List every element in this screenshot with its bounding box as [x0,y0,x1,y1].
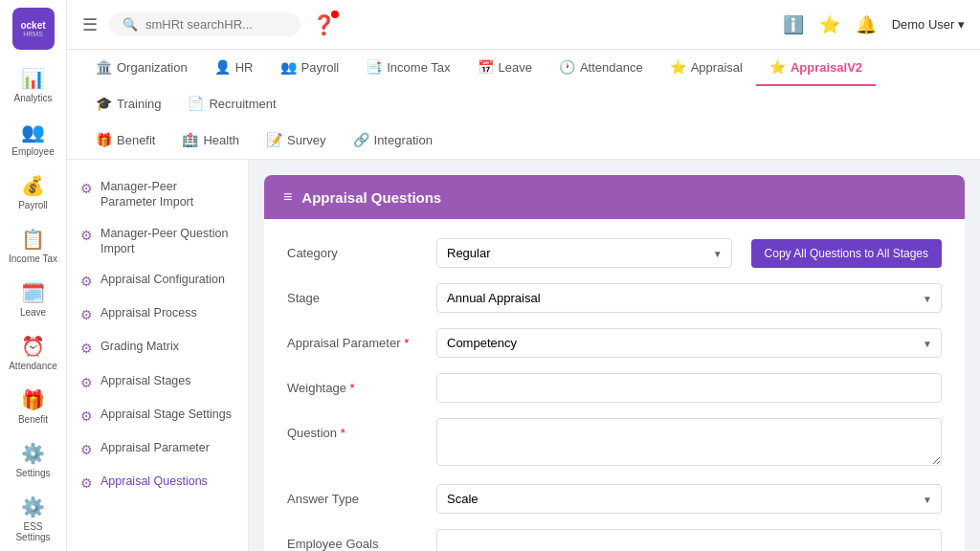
question-textarea[interactable] [436,418,942,466]
nav-tab-training[interactable]: 🎓 Training [82,86,174,122]
answer-type-select[interactable]: Scale Text Rating Yes/No [436,484,942,514]
nav-tab-appraisalv2[interactable]: ⭐ AppraisalV2 [756,50,876,86]
star-icon[interactable]: ⭐ [819,14,840,35]
analytics-icon: 📊 [21,67,45,90]
ess-settings-icon: ⚙️ [21,496,45,518]
nav-tab-integration[interactable]: 🔗 Integration [340,122,446,159]
category-select[interactable]: Regular Management Technical [436,238,732,268]
leave-tab-label: Leave [499,60,532,75]
info-icon[interactable]: ℹ️ [783,14,804,35]
category-control: Regular Management Technical Copy All Qu… [436,238,942,268]
nav-tab-attendance[interactable]: 🕐 Attendance [546,50,657,86]
search-box[interactable]: 🔍 [109,12,301,36]
health-tab-label: Health [203,133,239,147]
appraisal-process-left-label: Appraisal Process [100,305,197,320]
nav-tab-payroll[interactable]: 👥 Payroll [267,50,353,86]
employee-goals-control [436,529,942,551]
sidebar-item-settings[interactable]: ⚙️ Settings [3,434,64,486]
nav-tab-leave[interactable]: 📅 Leave [464,50,546,86]
copy-all-questions-button[interactable]: Copy All Questions to All Stages [751,239,942,268]
nav-tab-health[interactable]: 🏥 Health [168,122,253,159]
search-input[interactable] [145,17,279,32]
sidebar: ocket HRMS 📊 Analytics👥 Employee💰 Payrol… [0,0,67,551]
integration-tab-label: Integration [374,133,433,147]
logo[interactable]: ocket HRMS [10,8,57,50]
employee-goals-label: Employee Goals [287,529,421,551]
nav-tab-benefit[interactable]: 🎁 Benefit [82,122,168,159]
income-tax-tab-label: Income Tax [387,60,450,75]
sidebar-item-leave[interactable]: 🗓️ Leave [3,274,64,325]
appraisal-config-left-icon: ⚙ [80,273,93,290]
hamburger-icon[interactable]: ☰ [82,14,98,35]
nav-tab-income-tax[interactable]: 📑 Income Tax [352,50,463,86]
appraisal-parameter-label: Appraisal Parameter * [287,328,421,350]
main-area: ☰ 🔍 ❓ ℹ️ ⭐ 🔔 Demo User ▾ 🏛️ Organization… [67,0,980,551]
left-nav-item-appraisal-stages[interactable]: ⚙ Appraisal Stages [67,365,248,399]
stage-row: Stage Annual Appraisal Mid-year Appraisa… [287,283,942,313]
leave-icon: 🗓️ [21,281,45,304]
recruitment-tab-icon: 📄 [188,96,204,111]
left-nav-item-appraisal-questions[interactable]: ⚙ Appraisal Questions [67,466,248,499]
stage-select[interactable]: Annual Appraisal Mid-year Appraisal Quar… [436,283,942,313]
user-menu[interactable]: Demo User ▾ [892,17,965,32]
appraisal-tab-label: Appraisal [691,60,743,75]
integration-tab-icon: 🔗 [353,132,369,147]
appraisal-parameter-select-wrapper: Competency Goals Behavior [436,328,942,358]
attendance-icon: ⏰ [21,335,45,358]
weightage-label: Weightage * [287,373,421,395]
appraisal-parameter-select[interactable]: Competency Goals Behavior [436,328,942,358]
sidebar-item-ess-settings[interactable]: ⚙️ ESS Settings [3,488,64,550]
income-tax-icon: 📋 [21,228,45,251]
left-nav-item-appraisal-process[interactable]: ⚙ Appraisal Process [67,298,248,331]
sidebar-label-settings: Settings [15,468,50,478]
left-nav-item-appraisal-config[interactable]: ⚙ Appraisal Configuration [67,264,248,298]
appraisalv2-tab-icon: ⭐ [769,59,786,75]
answer-type-select-wrapper: Scale Text Rating Yes/No [436,484,942,514]
category-row: Category Regular Management Technical Co… [287,238,942,268]
sidebar-item-analytics[interactable]: 📊 Analytics [3,59,64,111]
sidebar-item-attendance[interactable]: ⏰ Attendance [3,327,64,379]
left-nav: ⚙ Manager-Peer Parameter Import⚙ Manager… [67,160,249,551]
nav-tabs: 🏛️ Organization👤 HR👥 Payroll📑 Income Tax… [67,50,980,160]
left-nav-item-grading-matrix[interactable]: ⚙ Grading Matrix [67,331,248,364]
weightage-control [436,373,942,403]
question-row: Question * [287,418,942,469]
appraisal-parameter-left-label: Appraisal Parameter [100,440,210,455]
sidebar-item-employee[interactable]: 👥 Employee [3,113,64,165]
sidebar-item-payroll[interactable]: 💰 Payroll [3,166,64,218]
health-tab-icon: 🏥 [182,132,198,147]
form-panel: ≡ Appraisal Questions Category Regular M… [249,160,980,551]
weightage-input[interactable] [436,373,942,403]
employee-goals-textarea[interactable] [436,529,942,551]
appraisal-tab-icon: ⭐ [670,59,686,75]
topbar-right: ℹ️ ⭐ 🔔 Demo User ▾ [783,14,965,35]
survey-tab-label: Survey [287,133,325,147]
appraisal-questions-left-label: Appraisal Questions [100,474,208,489]
nav-tab-survey[interactable]: 📝 Survey [253,122,339,159]
sidebar-item-benefit[interactable]: 🎁 Benefit [3,381,64,432]
form-title: Appraisal Questions [301,189,441,206]
left-nav-item-appraisal-parameter[interactable]: ⚙ Appraisal Parameter [67,432,248,466]
nav-tab-hr[interactable]: 👤 HR [201,50,267,86]
organization-tab-icon: 🏛️ [96,59,112,75]
manager-peer-question-left-icon: ⚙ [80,227,93,244]
payroll-tab-icon: 👥 [280,59,297,75]
grading-matrix-left-icon: ⚙ [80,340,93,357]
settings-icon: ⚙️ [21,442,45,465]
left-nav-item-appraisal-stage-settings[interactable]: ⚙ Appraisal Stage Settings [67,399,248,432]
appraisal-stages-left-icon: ⚙ [80,374,93,391]
appraisal-questions-left-icon: ⚙ [80,474,93,492]
form-header-icon: ≡ [283,188,292,206]
help-button[interactable]: ❓ [312,13,336,36]
survey-tab-icon: 📝 [266,132,282,147]
training-tab-label: Training [117,97,161,111]
nav-tab-recruitment[interactable]: 📄 Recruitment [174,86,289,122]
nav-tab-appraisal[interactable]: ⭐ Appraisal [657,50,756,86]
bell-icon[interactable]: 🔔 [856,14,877,35]
left-nav-item-manager-peer-param[interactable]: ⚙ Manager-Peer Parameter Import [67,171,248,218]
sidebar-item-income-tax[interactable]: 📋 Income Tax [3,220,64,272]
sidebar-label-attendance: Attendance [9,361,57,371]
nav-tab-organization[interactable]: 🏛️ Organization [82,50,201,86]
form-card: ≡ Appraisal Questions Category Regular M… [264,175,965,551]
left-nav-item-manager-peer-question[interactable]: ⚙ Manager-Peer Question Import [67,218,248,265]
